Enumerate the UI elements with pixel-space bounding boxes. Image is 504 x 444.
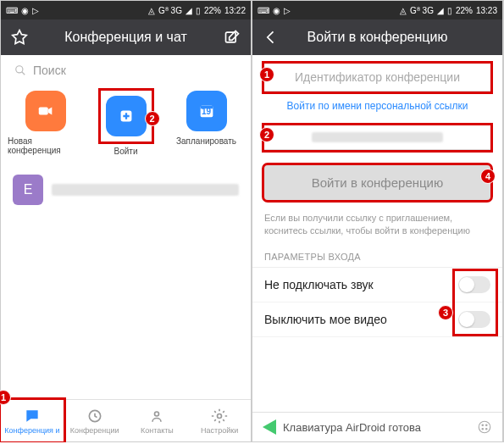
network-text: G⁸ 3G [410,6,434,15]
name-field[interactable] [264,125,490,150]
status-bar: ⌨ ◉ ▷ ◬ G⁸ 3G ◢ ▯ 22% 13:23 [252,1,502,19]
arrow-icon [263,419,276,435]
schedule-button[interactable]: 19 Запланировать [169,91,244,156]
avatar: E [13,175,43,205]
camera-icon: ◉ [21,6,29,15]
svg-point-13 [486,429,488,430]
wifi-icon: ◬ [400,6,407,15]
contacts-icon [148,408,165,425]
play-icon: ▷ [284,6,291,15]
signal-icon: ◢ [437,6,444,15]
clock-icon [86,408,103,425]
battery-text: 22% [456,6,473,15]
nav-contacts-label: Контакты [141,426,174,435]
airdroid-text: Клавиатура AirDroid готова [283,421,421,434]
annotation-badge-1: 1 [0,390,11,405]
svg-point-9 [479,421,490,433]
annotation-badge-1: 1 [259,67,274,82]
clock-text: 13:23 [476,6,497,15]
video-toggle-row: Выключить мое видео [252,302,502,337]
airdroid-bar[interactable]: Клавиатура AirDroid готова [252,412,502,441]
search-bar[interactable]: Поиск [1,55,251,86]
new-meeting-button[interactable]: Новая конференция [8,91,83,156]
video-toggle-label: Выключить мое видео [264,313,387,326]
play-icon: ▷ [32,6,39,15]
camera-icon: ◉ [273,6,280,15]
video-toggle[interactable] [458,311,490,328]
bottom-nav: 1 Конференция и Конференции Контакты Нас… [1,399,251,441]
network-text: G⁸ 3G [158,6,182,15]
phone-right: ⌨ ◉ ▷ ◬ G⁸ 3G ◢ ▯ 22% 13:23 Войти в конф… [252,1,502,441]
search-icon [14,64,26,76]
video-icon [25,91,66,131]
join-conference-button[interactable]: Войти в конференцию [264,165,490,200]
hint-text: Если вы получили ссылку с приглашением, … [252,207,502,247]
search-placeholder: Поиск [33,64,66,77]
annotation-badge-2: 2 [145,111,160,126]
header-title: Войти в конференцию [290,30,465,45]
svg-rect-2 [38,107,47,114]
svg-point-7 [155,412,159,416]
new-meeting-label: Новая конференция [8,136,83,155]
nav-chat-label: Конференция и [4,426,59,435]
svg-point-10 [482,425,484,426]
back-icon[interactable] [263,29,280,46]
action-row: Новая конференция 2 Войти 19 Запланирова… [1,86,251,166]
svg-point-12 [482,429,484,430]
gear-icon [211,408,228,425]
nav-settings[interactable]: Настройки [188,400,251,441]
keyboard-icon: ⌨ [6,6,18,15]
header-title: Конференция и чат [38,30,213,45]
nav-meetings[interactable]: Конференции [64,400,126,441]
calendar-day: 19 [202,107,211,116]
schedule-label: Запланировать [176,136,236,146]
annotation-badge-2: 2 [259,127,274,142]
meeting-id-field[interactable]: Идентификатор конференции [264,64,490,92]
keyboard-icon: ⌨ [258,6,269,15]
calendar-icon: 19 [186,91,227,131]
name-blurred [312,132,443,142]
audio-toggle[interactable] [458,276,490,293]
nav-settings-label: Настройки [201,426,238,435]
status-bar: ⌨ ◉ ▷ ◬ G⁸ 3G ◢ ▯ 22% 13:22 [1,1,251,19]
nav-meetings-label: Конференции [70,426,119,435]
audio-toggle-row: Не подключать звук [252,268,502,302]
audio-toggle-label: Не подключать звук [264,278,374,291]
join-button-label: Войти в конференцию [312,175,444,190]
personal-link[interactable]: Войти по имени персональной ссылки [252,100,502,117]
svg-point-8 [218,413,222,418]
meeting-id-placeholder: Идентификатор конференции [295,70,460,84]
section-header: ПАРАМЕТРЫ ВХОДА [252,247,502,268]
svg-point-11 [486,425,488,426]
annotation-badge-4: 4 [480,169,496,184]
svg-point-1 [16,66,23,73]
nav-chat[interactable]: 1 Конференция и [1,400,64,441]
menu-icon[interactable] [477,419,492,435]
signal-icon: ◢ [186,6,192,15]
battery-icon: ▯ [196,6,201,15]
compose-icon[interactable] [224,29,241,46]
nav-contacts[interactable]: Контакты [126,400,189,441]
battery-icon: ▯ [447,6,452,15]
star-icon[interactable] [11,29,28,46]
chat-icon [24,408,41,425]
annotation-badge-3: 3 [438,305,453,320]
battery-text: 22% [204,6,221,15]
wifi-icon: ◬ [148,6,155,15]
join-label: Войти [114,147,138,156]
join-button[interactable]: 2 Войти [88,91,163,156]
app-header: Конференция и чат [1,19,251,55]
clock-text: 13:22 [224,6,246,15]
plus-icon [106,96,147,136]
chat-name-blurred [52,184,239,196]
chat-item[interactable]: E [1,166,251,214]
app-header: Войти в конференцию [252,19,502,55]
phone-left: ⌨ ◉ ▷ ◬ G⁸ 3G ◢ ▯ 22% 13:22 Конференция … [1,1,251,441]
